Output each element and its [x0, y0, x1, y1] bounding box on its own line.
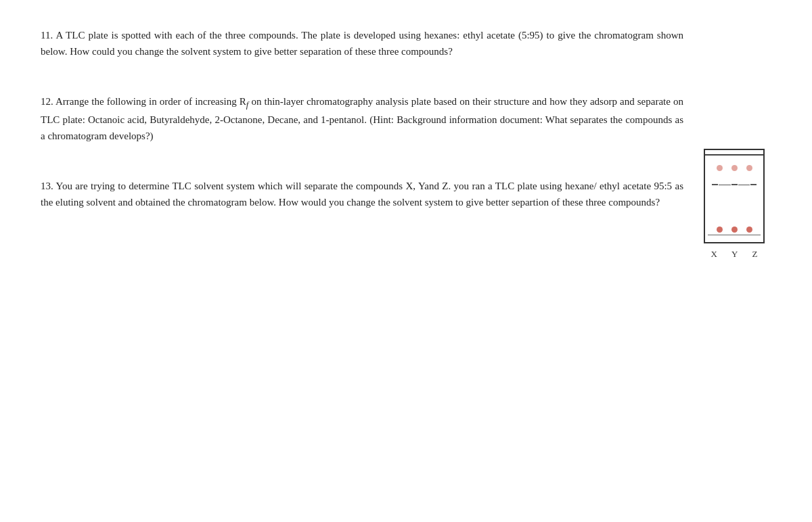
spot-top-y [731, 165, 738, 171]
label-y: Y [731, 249, 738, 260]
page-container: 11. A TLC plate is spotted with each of … [41, 27, 771, 260]
baseline-spot-x [717, 227, 723, 233]
solvent-front-line [705, 154, 763, 156]
question-13-text: 13. You are trying to determine TLC solv… [41, 178, 683, 210]
question-11-text: 11. A TLC plate is spotted with each of … [41, 27, 683, 60]
q11-body: A TLC plate is spotted with each of the … [41, 30, 683, 57]
tlc-plate [704, 149, 765, 243]
q11-number: 11. [41, 30, 53, 41]
question-12: 12. Arrange the following in order of in… [41, 93, 683, 144]
q13-number: 13. [41, 181, 53, 191]
spot-top-x [717, 165, 723, 171]
baseline-spot-y [731, 227, 738, 233]
baseline-spot-z [746, 227, 752, 233]
text-content: 11. A TLC plate is spotted with each of … [41, 27, 683, 244]
label-x: X [711, 249, 717, 260]
q12-number: 12. [41, 96, 53, 107]
question-11: 11. A TLC plate is spotted with each of … [41, 27, 683, 60]
question-12-text: 12. Arrange the following in order of in… [41, 93, 683, 144]
baseline-spots [705, 227, 763, 233]
baseline-line [708, 235, 761, 235]
label-z: Z [752, 249, 757, 260]
q12-body: Arrange the following in order of increa… [41, 96, 683, 141]
spot-top-z [746, 165, 752, 171]
q13-body: You are trying to determine TLC solvent … [41, 181, 683, 208]
tlc-labels: X Y Z [704, 249, 765, 260]
question-13: 13. You are trying to determine TLC solv… [41, 178, 683, 210]
tlc-diagram: X Y Z [697, 149, 771, 260]
